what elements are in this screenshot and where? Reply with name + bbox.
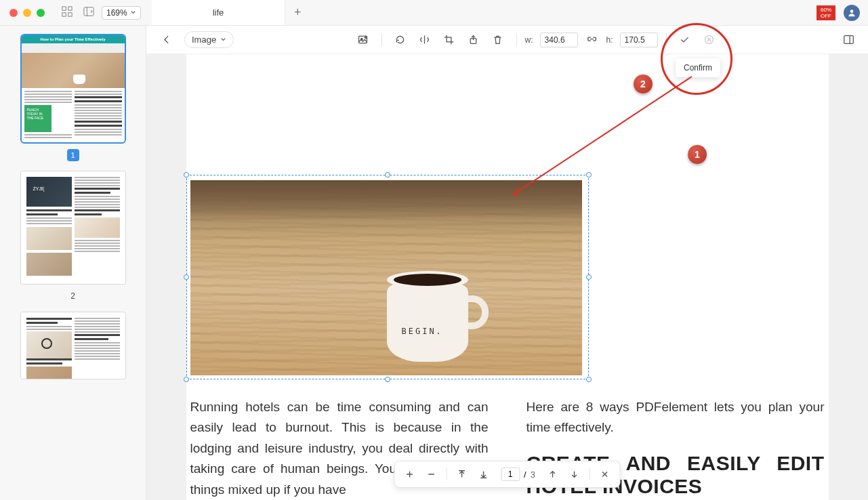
thumb1-label: 1 (67, 149, 79, 161)
width-label: w: (525, 35, 533, 45)
rotate-button[interactable] (390, 30, 411, 50)
window-controls (0, 9, 54, 17)
mug-text: BEGIN. (402, 327, 443, 336)
grid-view-icon[interactable] (61, 6, 73, 20)
resize-handle-sw[interactable] (184, 377, 189, 382)
right-column-text: Here are 8 ways PDFelement lets you plan… (526, 397, 825, 438)
close-bar-button[interactable] (596, 465, 615, 484)
user-icon (847, 8, 856, 18)
page-sep: / (524, 470, 526, 480)
thumb1-title: How to Plan your Time Effectively (22, 35, 125, 43)
document-viewport[interactable]: BEGIN. Running hotels can be time consum… (146, 54, 868, 500)
flip-button[interactable] (415, 30, 435, 50)
back-button[interactable] (156, 30, 176, 50)
tab-life[interactable]: life (152, 0, 286, 25)
delete-button[interactable] (488, 30, 508, 50)
resize-handle-w[interactable] (184, 274, 189, 280)
coffee-mug-image[interactable]: BEGIN. (190, 180, 582, 375)
zoom-out-button[interactable] (421, 465, 440, 484)
tab-label: life (213, 7, 224, 18)
callout-badge-2: 2 (634, 75, 653, 93)
prev-page-button[interactable] (543, 465, 562, 484)
page-navigation-bar: / 3 (394, 461, 621, 488)
extract-button[interactable] (463, 30, 484, 50)
zoom-value: 169% (106, 8, 127, 18)
thumbnail-sidebar: How to Plan your Time Effectively PUNCH … (0, 26, 146, 500)
svg-rect-0 (62, 6, 66, 9)
resize-handle-n[interactable] (385, 172, 390, 178)
svg-rect-3 (68, 12, 72, 16)
resize-handle-se[interactable] (586, 377, 592, 382)
page-number-input[interactable] (501, 467, 520, 481)
crop-button[interactable] (439, 30, 459, 50)
new-tab-button[interactable]: + (285, 5, 310, 20)
height-input[interactable] (620, 33, 658, 47)
object-type-label: Image (192, 35, 216, 45)
sidebar-toggle-icon[interactable] (83, 6, 95, 20)
first-page-button[interactable] (452, 465, 471, 484)
resize-handle-s[interactable] (385, 377, 390, 382)
resize-handle-ne[interactable] (586, 172, 592, 178)
next-page-button[interactable] (565, 465, 584, 484)
thumbnail-2[interactable]: ŻYJĘ (9, 171, 136, 302)
object-type-dropdown[interactable]: Image (184, 31, 234, 48)
link-dimensions-button[interactable] (582, 30, 602, 50)
titlebar-tool-icons (61, 6, 95, 20)
thumb2-label: 2 (67, 290, 79, 302)
tab-bar: life + (152, 0, 817, 25)
confirm-tooltip: Confirm (676, 58, 720, 77)
zoom-in-button[interactable] (400, 465, 419, 484)
thumbnail-3[interactable] (9, 312, 136, 379)
panel-toggle-button[interactable] (838, 30, 859, 50)
chevron-down-icon (130, 9, 136, 16)
svg-rect-11 (844, 36, 853, 44)
svg-rect-2 (62, 12, 66, 16)
last-page-button[interactable] (474, 465, 493, 484)
promo-text: 60% OFF (817, 7, 835, 19)
thumbnail-1[interactable]: How to Plan your Time Effectively PUNCH … (9, 34, 136, 161)
minimize-window-button[interactable] (23, 9, 31, 17)
callout-badge-1: 1 (688, 145, 707, 164)
height-label: h: (606, 35, 613, 45)
zoom-select[interactable]: 169% (102, 6, 141, 20)
promo-badge[interactable]: 60% OFF (817, 5, 835, 20)
svg-point-6 (850, 9, 854, 13)
maximize-window-button[interactable] (37, 9, 45, 17)
page-1: BEGIN. Running hotels can be time consum… (186, 54, 829, 500)
resize-handle-nw[interactable] (184, 172, 189, 178)
replace-image-button[interactable] (353, 30, 373, 50)
content-area: Image w: h: Confirm 2 1 (146, 26, 868, 500)
page-total: 3 (531, 470, 535, 480)
close-window-button[interactable] (9, 9, 18, 17)
width-input[interactable] (540, 33, 578, 47)
svg-rect-1 (68, 6, 72, 9)
titlebar: 169% life + 60% OFF (0, 0, 868, 26)
image-edit-toolbar: Image w: h: (146, 26, 868, 54)
chevron-down-icon (220, 37, 226, 43)
resize-handle-e[interactable] (586, 274, 592, 280)
avatar[interactable] (844, 5, 860, 21)
thumb1-punch: PUNCH TODAY IN THE FACE (24, 105, 51, 132)
